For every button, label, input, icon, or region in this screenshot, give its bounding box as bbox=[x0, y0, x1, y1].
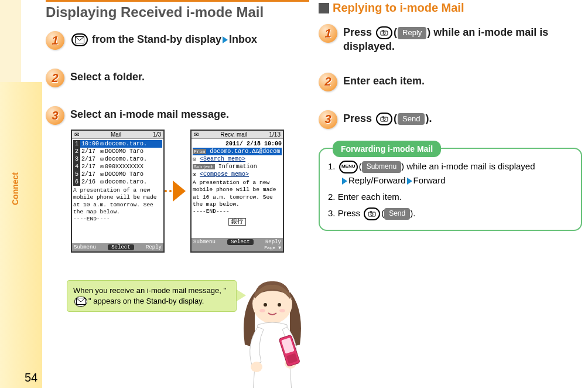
f1b: ) while an i-mode mail is displayed bbox=[401, 161, 535, 171]
right-step-3: 3 Press (Send). bbox=[319, 110, 582, 129]
triangle-icon-2 bbox=[342, 178, 347, 185]
subject-label: Subject bbox=[193, 164, 215, 169]
row5-idx: 5 bbox=[73, 171, 80, 178]
svg-point-16 bbox=[383, 118, 385, 120]
r-step-number-3: 3 bbox=[319, 110, 337, 129]
screen1-page: 1/3 bbox=[153, 131, 161, 138]
camera-key-icon-3 bbox=[364, 207, 380, 220]
row4-idx: 4 bbox=[73, 163, 80, 171]
svg-point-13 bbox=[383, 32, 385, 35]
f1c-b: Forward bbox=[413, 175, 446, 185]
send-softkey: Send bbox=[398, 113, 425, 125]
forwarding-panel: Forwarding i-mode Mail 1. MENU(Submenu) … bbox=[319, 148, 582, 231]
menu-key-icon: MENU bbox=[339, 161, 358, 173]
left-column: Displaying Received i-mode Mail 1 from t… bbox=[42, 0, 315, 388]
svg-rect-17 bbox=[382, 116, 384, 117]
svg-point-3 bbox=[264, 303, 267, 307]
triangle-icon-3 bbox=[407, 178, 412, 185]
screen2-footer-right: Reply bbox=[265, 239, 281, 245]
bank-box: 銀行 bbox=[228, 218, 246, 226]
row2-date: 2/17 bbox=[81, 148, 99, 155]
tip-area: When you receive an i-mode mail message,… bbox=[46, 268, 315, 386]
screen2-date: 2011/ 2/18 10:00 bbox=[193, 140, 282, 148]
row1-date: 10:00 bbox=[81, 140, 99, 148]
screen2-page: 1/13 bbox=[269, 131, 281, 138]
right-heading-text: Replying to i-mode Mail bbox=[333, 1, 464, 15]
screen1-footer-center: Select bbox=[108, 244, 134, 250]
screen2-footer-left: Submenu bbox=[193, 239, 216, 245]
left-cream-bar bbox=[0, 0, 21, 82]
send-softkey-2: Send bbox=[384, 208, 410, 220]
svg-rect-14 bbox=[382, 30, 384, 32]
left-step-1: 1 from the Stand-by displayInbox bbox=[46, 31, 309, 50]
step-number-3: 3 bbox=[46, 106, 64, 125]
left-step-3-body: Select an i-mode mail message. bbox=[70, 106, 229, 121]
screen2-footer-page: Page ▼ bbox=[193, 245, 281, 250]
left-step-2: 2 Select a folder. bbox=[46, 69, 309, 87]
left-step-3: 3 Select an i-mode mail message. bbox=[46, 106, 309, 125]
sidebar-label: Connect bbox=[11, 172, 20, 205]
f1c-a: Reply/Forward bbox=[348, 175, 406, 185]
phone-screen-mail-detail: ✉ Recv. mail 1/13 2011/ 2/18 10:00 From … bbox=[190, 130, 284, 253]
r1-text-a: Press bbox=[343, 26, 375, 38]
phone-screen-mail-list: ✉ Mail 1/3 110:00✉docomo.taro. 22/17✉DOC… bbox=[71, 130, 165, 253]
screen1-body: A presentation of a new mobile phone wil… bbox=[73, 187, 162, 223]
right-step-2: 2 Enter each item. bbox=[319, 73, 582, 91]
from-label: From bbox=[193, 149, 206, 154]
svg-point-5 bbox=[259, 309, 265, 312]
compose-memo-link: <Compose memo> bbox=[200, 171, 249, 178]
left-section-title: Displaying Received i-mode Mail bbox=[46, 0, 309, 21]
row3-from: docomo.taro. bbox=[105, 155, 147, 163]
screenshots-row: ✉ Mail 1/3 110:00✉docomo.taro. 22/17✉DOC… bbox=[46, 130, 309, 253]
row4-from: 090XXXXXXXX bbox=[105, 163, 143, 171]
triangle-icon bbox=[223, 36, 228, 43]
right-column: Replying to i-mode Mail 1 Press (Reply) … bbox=[315, 0, 588, 388]
subject-value: Information bbox=[218, 164, 257, 170]
row1-from: docomo.taro. bbox=[105, 140, 147, 148]
step-number-2: 2 bbox=[46, 69, 64, 87]
row3-idx: 3 bbox=[73, 155, 80, 163]
screen1-footer-left: Submenu bbox=[74, 244, 96, 250]
row2-from: DOCOMO Taro bbox=[105, 148, 143, 155]
right-heading: Replying to i-mode Mail bbox=[319, 1, 582, 15]
r-step-number-2: 2 bbox=[319, 73, 337, 91]
svg-point-4 bbox=[278, 303, 281, 307]
svg-point-19 bbox=[371, 213, 373, 215]
tip-box: When you receive an i-mode mail message,… bbox=[67, 280, 237, 312]
right-step-2-body: Enter each item. bbox=[343, 73, 425, 88]
right-step-1: 1 Press (Reply) while an i-mode mail is … bbox=[319, 24, 582, 54]
f1a: 1. bbox=[328, 161, 338, 171]
left-step-1-body: from the Stand-by displayInbox bbox=[70, 31, 257, 46]
camera-key-icon bbox=[376, 26, 392, 39]
fwd-step-3: 3. Press (Send). bbox=[328, 206, 573, 220]
arrow-dots bbox=[169, 190, 172, 192]
svg-point-7 bbox=[251, 362, 262, 372]
f3b: ). bbox=[410, 208, 415, 218]
girl-illustration bbox=[223, 268, 322, 388]
row6-idx: 6 bbox=[73, 178, 80, 186]
screen1-title: Mail bbox=[111, 131, 121, 138]
mail-key-icon bbox=[71, 33, 88, 46]
left-step-2-body: Select a folder. bbox=[70, 69, 145, 84]
row3-date: 2/17 bbox=[81, 155, 99, 163]
svg-point-6 bbox=[279, 309, 285, 312]
screen1-footer-right: Reply bbox=[146, 244, 162, 250]
submenu-softkey: Submenu bbox=[362, 161, 401, 173]
right-step-1-body: Press (Reply) while an i-mode mail is di… bbox=[343, 24, 582, 54]
row6-from: docomo.taro. bbox=[105, 178, 147, 186]
tip-text-a: When you receive an i-mode mail message,… bbox=[73, 286, 226, 295]
sidebar-strip: Connect bbox=[0, 82, 42, 388]
search-memo-link: <Search memo> bbox=[200, 156, 245, 162]
orange-arrow-icon bbox=[173, 181, 186, 202]
r3-text-a: Press bbox=[343, 113, 375, 124]
step-number-1: 1 bbox=[46, 31, 64, 50]
row4-date: 2/17 bbox=[81, 163, 99, 171]
from-value: docomo.taro.ΔΔ@docom bbox=[210, 148, 280, 155]
row2-idx: 2 bbox=[73, 148, 80, 155]
row5-date: 2/17 bbox=[81, 171, 99, 178]
right-step-3-body: Press (Send). bbox=[343, 110, 432, 125]
fwd-step-1: 1. MENU(Submenu) while an i-mode mail is… bbox=[328, 159, 573, 188]
row6-date: 2/16 bbox=[81, 178, 99, 186]
screen2-title: Recv. mail bbox=[220, 131, 247, 138]
tip-text-b: " appears on the Stand-by display. bbox=[88, 297, 204, 305]
